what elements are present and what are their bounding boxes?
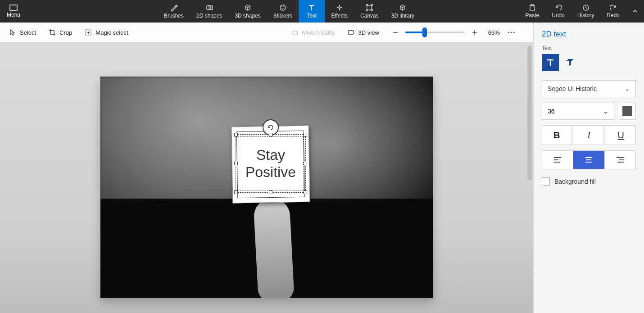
background-fill-checkbox[interactable] [542,177,550,186]
color-swatch-preview [622,106,632,116]
underline-label: U [618,130,624,141]
font-size-value: 36 [548,108,555,115]
crop-tool[interactable]: Crop [43,26,77,39]
text-align-row [542,150,636,169]
svg-point-4 [281,6,282,7]
select-tool[interactable]: Select [4,26,41,39]
align-center-button[interactable] [573,151,604,169]
background-fill-row: Background fill [542,177,636,186]
menu-button[interactable]: Menu [0,0,27,23]
crop-label: Crop [59,29,72,36]
align-left-button[interactable] [542,151,573,169]
resize-handle-nw[interactable] [234,133,238,136]
bold-button[interactable]: B [542,126,571,145]
tab-3d-shapes-label: 3D shapes [235,13,260,19]
canvas-image[interactable]: Stay Positive [100,77,433,298]
svg-rect-7 [530,5,535,11]
magic-select-icon [85,29,92,36]
resize-handle-e[interactable] [304,162,307,165]
header-right: Paste Undo History Redo [519,0,644,23]
top-header: Menu Brushes 2D shapes 3D shapes Sticker… [0,0,644,23]
text-section-label: Text [542,45,636,51]
italic-button[interactable]: I [574,126,603,145]
canvas-text[interactable]: Stay Positive [245,146,296,181]
chevron-down-icon: ⌄ [603,108,608,115]
resize-handle-se[interactable] [304,191,307,194]
tab-canvas-label: Canvas [360,13,379,19]
tab-3d-shapes[interactable]: 3D shapes [228,0,267,23]
mixed-reality-tool: Mixed reality [286,26,340,39]
background-fill-label: Background fill [554,178,596,185]
resize-handle-ne[interactable] [304,133,307,136]
tab-effects[interactable]: Effects [325,0,354,23]
mixed-reality-icon [291,29,299,36]
tab-canvas[interactable]: Canvas [354,0,385,23]
text-color-button[interactable] [619,103,636,120]
italic-label: I [587,130,590,141]
cursor-icon [9,29,16,36]
size-row: 36 ⌄ [542,103,636,120]
tab-2d-shapes[interactable]: 2D shapes [190,0,228,23]
zoom-slider[interactable] [405,32,465,33]
text-line-1: Stay [256,147,285,163]
3d-view-tool[interactable]: 3D view [342,26,385,39]
tab-brushes-label: Brushes [164,13,184,19]
tab-2d-shapes-label: 2D shapes [196,13,222,19]
magic-select-tool[interactable]: Magic select [79,26,133,39]
text-3d-mode-button[interactable] [562,54,579,71]
canvas-scrollbar[interactable] [527,45,532,310]
canvas-area[interactable]: Stay Positive [0,43,533,313]
svg-point-3 [280,5,286,10]
sub-toolbar: Select Crop Magic select Mixed reality 3… [0,23,533,43]
zoom-out-button[interactable] [390,27,401,38]
redo-label: Redo [607,12,620,18]
resize-handle-w[interactable] [234,162,238,165]
right-panel: 2D text Text Segoe UI Historic ⌄ 36 ⌄ B [533,23,644,313]
tab-text-label: Text [307,13,317,19]
shapes3d-icon [244,4,252,12]
tab-brushes[interactable]: Brushes [158,0,190,23]
svg-point-12 [508,32,509,33]
tool-tabs: Brushes 2D shapes 3D shapes Stickers Tex… [158,0,421,23]
minus-icon [392,29,399,36]
resize-handle-sw[interactable] [234,191,238,194]
font-size-dropdown[interactable]: 36 ⌄ [542,103,614,120]
effects-icon [336,4,344,12]
paste-label: Paste [526,12,540,18]
redo-button[interactable]: Redo [600,0,626,23]
3d-view-label: 3D view [358,29,379,36]
font-dropdown[interactable]: Segoe UI Historic ⌄ [542,80,636,97]
text-2d-icon [545,58,555,68]
mixed-reality-label: Mixed reality [302,29,335,36]
canvas-icon [365,4,373,12]
chevron-up-icon [632,8,638,14]
zoom-control: 66% [390,27,500,38]
text-line-2: Positive [245,164,296,180]
undo-button[interactable]: Undo [545,0,571,23]
text-selection-box[interactable]: Stay Positive [236,134,306,193]
view3d-icon [348,29,355,36]
align-left-icon [553,157,562,163]
text-2d-mode-button[interactable] [542,54,559,71]
underline-button[interactable]: U [607,126,635,145]
more-options-button[interactable] [504,32,518,33]
align-right-button[interactable] [605,151,635,169]
zoom-in-button[interactable] [469,27,480,38]
tab-text[interactable]: Text [299,0,325,23]
history-button[interactable]: History [571,0,600,23]
text-style-row: B I U [542,125,636,145]
undo-icon [555,4,562,11]
svg-rect-0 [10,5,17,10]
tab-stickers[interactable]: Stickers [267,0,299,23]
resize-handle-s[interactable] [269,191,272,194]
align-right-icon [616,157,624,163]
svg-point-14 [513,32,514,33]
paste-button[interactable]: Paste [519,0,546,23]
tab-3d-library[interactable]: 3D library [385,0,421,23]
font-value: Segoe UI Historic [548,85,597,92]
rotate-icon [267,123,275,132]
svg-point-13 [510,32,512,33]
history-icon [582,4,590,11]
collapse-panel-button[interactable] [626,0,644,23]
resize-handle-n[interactable] [269,133,272,136]
